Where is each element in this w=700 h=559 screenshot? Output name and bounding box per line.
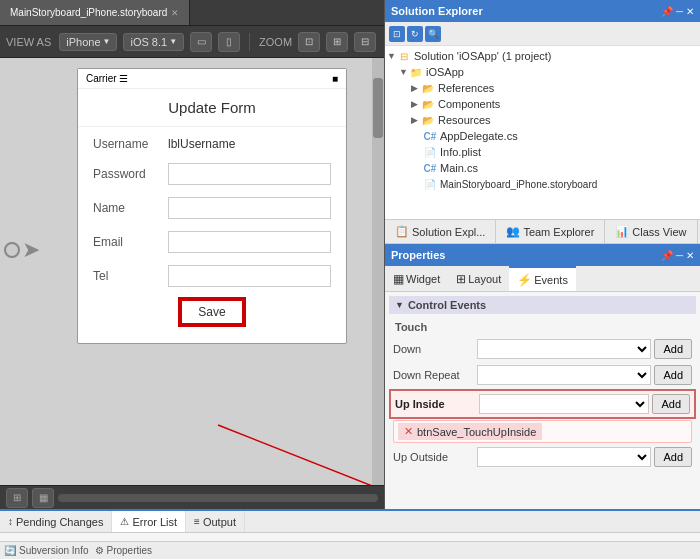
tab-pending-changes[interactable]: ↕ Pending Changes (0, 511, 112, 532)
zoom-out-btn[interactable]: ⊟ (354, 32, 376, 52)
components-expand-icon: ▶ (411, 99, 421, 109)
pin-icon[interactable]: 📌 (661, 6, 673, 17)
os-version-selector[interactable]: iOS 8.1 ▼ (123, 33, 184, 51)
tab-events[interactable]: ⚡ Events (509, 266, 576, 291)
device-selector[interactable]: iPhone ▼ (59, 33, 117, 51)
se-content: ▼ ⊟ Solution 'iOSApp' (1 project) ▼ 📁 iO… (385, 46, 700, 219)
close-icon[interactable]: ✕ (686, 6, 694, 17)
username-value: lblUsername (168, 137, 235, 151)
up-inside-select[interactable] (479, 394, 649, 414)
prop-close-icon[interactable]: ✕ (686, 250, 694, 261)
name-input[interactable] (168, 197, 331, 219)
tel-label: Tel (93, 269, 168, 283)
tag-remove-icon[interactable]: ✕ (404, 425, 413, 438)
down-input-wrap: Add (477, 339, 692, 359)
tab-widget[interactable]: ▦ Widget (385, 266, 448, 291)
solution-root-item[interactable]: ▼ ⊟ Solution 'iOSApp' (1 project) (387, 48, 698, 64)
tag-container: ✕ btnSave_TouchUpInside (398, 423, 542, 440)
device-label: iPhone (66, 36, 100, 48)
storyboard-tab[interactable]: MainStoryboard_iPhone.storyboard ✕ (0, 0, 190, 25)
project-item[interactable]: ▼ 📁 iOSApp (387, 64, 698, 80)
right-panel: Solution Explorer 📌 ─ ✕ ⊡ ↻ 🔍 ▼ (385, 0, 700, 509)
minimize-icon[interactable]: ─ (676, 6, 683, 17)
down-repeat-add-button[interactable]: Add (654, 365, 692, 385)
subversion-info-item[interactable]: 🔄 Subversion Info (4, 545, 89, 556)
se-icon1[interactable]: ⊡ (389, 26, 405, 42)
zoom-fit-btn[interactable]: ⊡ (298, 32, 320, 52)
tab-close-icon[interactable]: ✕ (171, 8, 179, 18)
project-icon: 📁 (409, 65, 423, 79)
mainstoryboard-item[interactable]: 📄 MainStoryboard_iPhone.storyboard (387, 176, 698, 192)
name-label: Name (93, 201, 168, 215)
storyboard-icon: 📄 (423, 177, 437, 191)
tab-solution-explorer[interactable]: 📋 Solution Expl... (385, 220, 496, 243)
tab-team-explorer[interactable]: 👥 Team Explorer (496, 220, 605, 243)
up-outside-label: Up Outside (393, 451, 473, 463)
touch-subsection: Touch (389, 318, 696, 336)
canvas-scrollbar[interactable] (372, 58, 384, 485)
tab-layout[interactable]: ⊞ Layout (448, 266, 509, 291)
prop-pin-icon[interactable]: 📌 (661, 250, 673, 261)
canvas-horizontal-scroll[interactable] (58, 494, 378, 502)
references-expand-icon: ▶ (411, 83, 421, 93)
email-input[interactable] (168, 231, 331, 253)
properties-status-item[interactable]: ⚙ Properties (95, 545, 153, 556)
password-input[interactable] (168, 163, 331, 185)
orientation-portrait-btn[interactable]: ▭ (190, 32, 212, 52)
se-toolbar: ⊡ ↻ 🔍 (385, 22, 700, 46)
zoom-in-btn[interactable]: ⊞ (326, 32, 348, 52)
canvas-scroll-thumb[interactable] (373, 78, 383, 138)
up-inside-label: Up Inside (395, 398, 475, 410)
se-icon3[interactable]: 🔍 (425, 26, 441, 42)
carrier-label: Carrier ☰ (86, 73, 128, 84)
resources-folder-icon: 📂 (421, 113, 435, 127)
up-outside-add-button[interactable]: Add (654, 447, 692, 467)
down-add-button[interactable]: Add (654, 339, 692, 359)
properties-titlebar: Properties 📌 ─ ✕ (385, 244, 700, 266)
panel-title-icons: 📌 ─ ✕ (661, 6, 694, 17)
references-item[interactable]: ▶ 📂 References (387, 80, 698, 96)
down-repeat-select[interactable] (477, 365, 651, 385)
properties-panel: Properties 📌 ─ ✕ ▦ Widget ⊞ Layou (385, 244, 700, 509)
iphone-frame: Carrier ☰ ■ Update Form Username lblUser… (77, 68, 347, 344)
appdelegate-item[interactable]: C# AppDelegate.cs (387, 128, 698, 144)
resources-expand-icon: ▶ (411, 115, 421, 125)
components-item[interactable]: ▶ 📂 Components (387, 96, 698, 112)
tab-error-list[interactable]: ⚠ Error List (112, 511, 186, 532)
se-icon2[interactable]: ↻ (407, 26, 423, 42)
team-explorer-label: Team Explorer (523, 226, 594, 238)
tel-input[interactable] (168, 265, 331, 287)
canvas-area: ➤ Carrier ☰ ■ Update Form Username lblUs… (0, 58, 384, 485)
tab-class-view[interactable]: 📊 Class View (605, 220, 697, 243)
canvas-bottom-btn1[interactable]: ⊞ (6, 488, 28, 508)
resources-item[interactable]: ▶ 📂 Resources (387, 112, 698, 128)
error-list-label: Error List (132, 516, 177, 528)
main-container: MainStoryboard_iPhone.storyboard ✕ VIEW … (0, 0, 700, 559)
subversion-label: Subversion Info (19, 545, 89, 556)
status-bar: Carrier ☰ ■ (78, 69, 346, 89)
tab-output[interactable]: ≡ Output (186, 511, 245, 532)
components-label: Components (438, 98, 500, 110)
main-cs-item[interactable]: C# Main.cs (387, 160, 698, 176)
up-outside-select[interactable] (477, 447, 651, 467)
properties-status-icon: ⚙ (95, 545, 104, 556)
email-row: Email (93, 231, 331, 253)
name-row: Name (93, 197, 331, 219)
prop-minimize-icon[interactable]: ─ (676, 250, 683, 261)
canvas-bottom-btn2[interactable]: ▦ (32, 488, 54, 508)
solution-explorer: Solution Explorer 📌 ─ ✕ ⊡ ↻ 🔍 ▼ (385, 0, 700, 220)
panel-tab-strip: 📋 Solution Expl... 👥 Team Explorer 📊 Cla… (385, 220, 700, 244)
team-explorer-icon: 👥 (506, 225, 520, 238)
zoom-label: ZOOM (259, 36, 292, 48)
infoplist-item[interactable]: 📄 Info.plist (387, 144, 698, 160)
components-folder-icon: 📂 (421, 97, 435, 111)
solution-expl-icon: 📋 (395, 225, 409, 238)
down-select[interactable] (477, 339, 651, 359)
orientation-landscape-btn[interactable]: ▯ (218, 32, 240, 52)
mainstoryboard-label: MainStoryboard_iPhone.storyboard (440, 179, 597, 190)
down-repeat-input-wrap: Add (477, 365, 692, 385)
down-repeat-row: Down Repeat Add (389, 362, 696, 388)
save-button[interactable]: Save (180, 299, 243, 325)
cs-icon1: C# (423, 129, 437, 143)
up-inside-add-button[interactable]: Add (652, 394, 690, 414)
